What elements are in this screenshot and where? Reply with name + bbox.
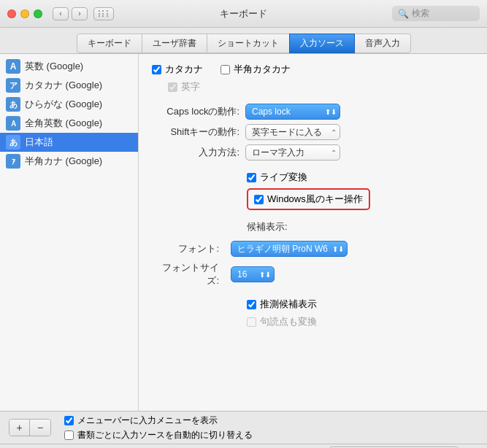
font-arrow-icon: ⬆⬇ [332, 245, 344, 253]
reading-points-row: 句読点も変換 [247, 315, 474, 328]
font-field-label: フォント: [161, 242, 219, 255]
tab-input-source[interactable]: 入力ソース [289, 34, 355, 53]
sidebar-label-eisuu-google: 英数 (Google) [25, 60, 83, 73]
input-method-select[interactable]: ローマ字入力 ⌃ [245, 144, 340, 161]
tab-voice-input[interactable]: 音声入力 [354, 34, 411, 53]
halfwidth-katakana-checkbox[interactable] [221, 65, 230, 74]
live-convert-checkbox[interactable] [247, 173, 256, 182]
katakana-row: カタカナ 半角カタカナ [152, 63, 474, 76]
predict-label: 推測候補表示 [260, 298, 317, 311]
icon-katakana: ア [6, 78, 20, 93]
font-value: ヒラギノ明朝 ProN W6 [237, 243, 328, 255]
windows-key-label: Windows風のキー操作 [267, 193, 363, 206]
font-size-arrow-icon: ⬆⬇ [259, 271, 271, 279]
icon-nihongo: あ [6, 135, 20, 150]
maximize-button[interactable] [34, 9, 42, 18]
auto-switch-check[interactable] [64, 430, 74, 440]
input-method-row: 入力方法: ローマ字入力 ⌃ [152, 144, 474, 161]
sidebar-item-hankaku-google[interactable]: ｱ 半角カナ (Google) [0, 152, 138, 171]
sidebar-item-katakana-google[interactable]: ア カタカナ (Google) [0, 76, 138, 95]
back-button[interactable]: ‹ [53, 7, 69, 20]
eisuu-label: 英字 [181, 80, 200, 93]
search-icon: 🔍 [398, 9, 409, 19]
menu-check-label[interactable]: メニューバーに入力メニューを表示 [64, 414, 478, 427]
windows-key-row: Windows風のキー操作 [247, 188, 474, 210]
predict-checkbox-label[interactable]: 推測候補表示 [247, 298, 317, 311]
predict-row: 推測候補表示 [247, 298, 474, 311]
settings-panel: カタカナ 半角カタカナ 英字 Caps lockの動作: Caps lock ⬆… [139, 54, 487, 411]
remove-button[interactable]: − [30, 420, 50, 436]
status-bar: キーボードの電池残量: 100% Bluetoothキーボードを設定... ? [0, 444, 487, 448]
sidebar-item-fullwidth-google[interactable]: Ａ 全角英数 (Google) [0, 114, 138, 133]
main-content: A 英数 (Google) ア カタカナ (Google) あ ひらがな (Go… [0, 54, 487, 411]
windows-key-checkbox[interactable] [254, 195, 264, 204]
tab-keyboard[interactable]: キーボード [77, 34, 142, 53]
halfwidth-katakana-checkbox-label[interactable]: 半角カタカナ [221, 63, 291, 76]
icon-hiragana: あ [6, 97, 20, 112]
font-size-select[interactable]: 16 ⬆⬇ [231, 266, 275, 282]
sidebar-label-hankaku-google: 半角カナ (Google) [25, 155, 102, 168]
icon-hankaku: ｱ [6, 154, 20, 169]
reading-points-checkbox [247, 317, 256, 327]
nav-buttons: ‹ › [53, 7, 88, 20]
candidate-row: 候補表示: [247, 220, 474, 236]
shift-row: Shiftキーの動作: 英字モードに入る ⌃ [152, 124, 474, 140]
live-convert-checkbox-label[interactable]: ライブ変換 [247, 171, 307, 184]
minimize-button[interactable] [20, 9, 29, 18]
reading-points-label: 句読点も変換 [260, 315, 317, 328]
shift-arrow-icon: ⌃ [331, 128, 337, 136]
katakana-checkbox-label[interactable]: カタカナ [152, 63, 203, 76]
tabs-bar: キーボード ユーザ辞書 ショートカット 入力ソース 音声入力 [0, 28, 487, 54]
search-placeholder: 検索 [412, 7, 429, 20]
live-convert-row: ライブ変換 [247, 171, 474, 184]
menu-check-text: メニューバーに入力メニューを表示 [77, 414, 218, 427]
sidebar: A 英数 (Google) ア カタカナ (Google) あ ひらがな (Go… [0, 54, 139, 411]
candidate-section-label: 候補表示: [247, 220, 288, 233]
katakana-label: カタカナ [165, 63, 203, 76]
icon-fullwidth: Ａ [6, 116, 20, 131]
sidebar-label-hiragana-google: ひらがな (Google) [25, 98, 102, 111]
apps-button[interactable] [93, 7, 114, 20]
sidebar-label-nihongo: 日本語 [25, 136, 53, 149]
windows-key-highlight: Windows風のキー操作 [247, 188, 370, 210]
font-select[interactable]: ヒラギノ明朝 ProN W6 ⬆⬇ [231, 241, 348, 257]
eisuu-row: 英字 [168, 80, 474, 93]
predict-checkbox[interactable] [247, 300, 256, 309]
font-size-value: 16 [237, 269, 247, 279]
bottom-bar: + − メニューバーに入力メニューを表示 書類ごとに入力ソースを自動的に切り替え… [0, 411, 487, 444]
halfwidth-katakana-label: 半角カタカナ [234, 63, 291, 76]
live-convert-label: ライブ変換 [260, 171, 307, 184]
eisuu-checkbox [168, 82, 177, 92]
shift-select[interactable]: 英字モードに入る ⌃ [245, 124, 340, 140]
close-button[interactable] [7, 9, 16, 18]
sidebar-item-eisuu-google[interactable]: A 英数 (Google) [0, 57, 138, 76]
forward-button[interactable]: › [72, 7, 88, 20]
sidebar-label-katakana-google: カタカナ (Google) [25, 79, 102, 92]
katakana-checkbox[interactable] [152, 65, 161, 74]
auto-switch-check-text: 書類ごとに入力ソースを自動的に切り替える [77, 429, 253, 441]
sidebar-label-fullwidth-google: 全角英数 (Google) [25, 117, 102, 130]
caps-lock-arrow-icon: ⬆⬇ [325, 108, 337, 116]
caps-lock-value: Caps lock [252, 107, 291, 117]
menu-check[interactable] [64, 416, 74, 425]
sidebar-item-nihongo[interactable]: あ 日本語 [0, 133, 138, 152]
input-method-field-label: 入力方法: [152, 146, 239, 159]
window-controls [7, 9, 42, 18]
caps-lock-select[interactable]: Caps lock ⬆⬇ [245, 104, 340, 120]
sidebar-item-hiragana-google[interactable]: あ ひらがな (Google) [0, 95, 138, 114]
input-method-arrow-icon: ⌃ [331, 149, 337, 157]
add-button[interactable]: + [9, 420, 30, 436]
windows-key-checkbox-label[interactable]: Windows風のキー操作 [254, 193, 363, 206]
tab-user-dict[interactable]: ユーザ辞書 [142, 34, 207, 53]
icon-eisuu: A [6, 59, 20, 74]
input-method-value: ローマ字入力 [252, 147, 304, 159]
search-box[interactable]: 🔍 検索 [392, 6, 480, 21]
font-size-field-label: フォントサイズ: [161, 261, 219, 287]
window-title: キーボード [220, 7, 267, 20]
add-remove-controls: + − [9, 419, 51, 436]
shift-value: 英字モードに入る [252, 126, 322, 139]
shift-field-label: Shiftキーの動作: [152, 125, 239, 139]
tab-shortcuts[interactable]: ショートカット [207, 34, 290, 53]
auto-switch-check-label[interactable]: 書類ごとに入力ソースを自動的に切り替える [64, 429, 478, 441]
font-size-row: フォントサイズ: 16 ⬆⬇ [161, 261, 474, 287]
